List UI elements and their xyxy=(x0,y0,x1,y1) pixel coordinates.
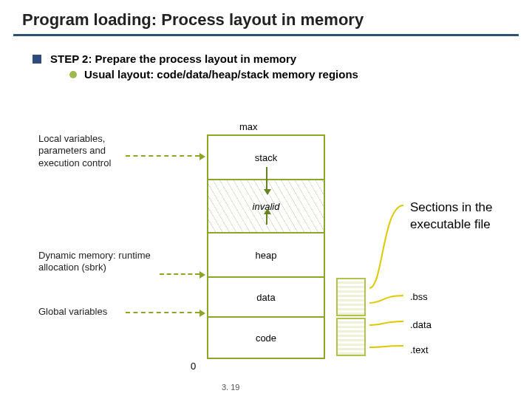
memory-layout-diagram: max 0 Local variables, parameters and ex… xyxy=(0,126,532,377)
region-data: data xyxy=(208,278,324,318)
memory-column: stack invalid heap data code xyxy=(207,134,325,359)
label-data-section: .data xyxy=(410,319,432,330)
label-bss: .bss xyxy=(410,291,428,302)
exe-section-box-upper xyxy=(336,278,366,316)
square-bullet-icon xyxy=(33,55,41,64)
arrow-to-heap xyxy=(160,273,200,275)
dot-bullet-icon xyxy=(69,71,77,78)
arrow-heap-grows-up-icon xyxy=(266,214,267,225)
region-heap-label: heap xyxy=(256,250,277,261)
region-code: code xyxy=(208,318,324,358)
region-code-label: code xyxy=(256,332,276,344)
label-text-section: .text xyxy=(410,344,429,355)
axis-max-label: max xyxy=(239,121,258,132)
title-rule xyxy=(13,34,519,36)
axis-zero-label: 0 xyxy=(191,361,196,372)
exe-section-box-lower xyxy=(336,318,366,356)
sub-bullet-layout-text: Usual layout: code/data/heap/stack memor… xyxy=(84,68,358,81)
arrow-to-stack xyxy=(126,155,200,157)
bullet-step-2-text: STEP 2: Prepare the process layout in me… xyxy=(50,52,296,65)
arrow-stack-grows-down-icon xyxy=(266,167,267,189)
region-stack-label: stack xyxy=(255,152,277,163)
region-heap: heap xyxy=(208,233,324,278)
label-heap-desc: Dynamic memory: runtime allocation (sbrk… xyxy=(38,250,164,274)
region-data-label: data xyxy=(256,292,275,303)
bullet-step-2: STEP 2: Prepare the process layout in me… xyxy=(33,52,532,65)
arrow-to-data xyxy=(126,312,200,313)
sub-bullet-layout: Usual layout: code/data/heap/stack memor… xyxy=(69,68,532,81)
page-title: Program loading: Process layout in memor… xyxy=(0,0,532,34)
brace-connector-icon xyxy=(368,200,409,355)
region-stack: stack xyxy=(208,136,324,180)
slide-number: 3. 19 xyxy=(222,383,239,392)
label-sections-title: Sections in the executable file xyxy=(410,200,514,233)
label-stack-desc: Local variables, parameters and executio… xyxy=(38,133,149,169)
